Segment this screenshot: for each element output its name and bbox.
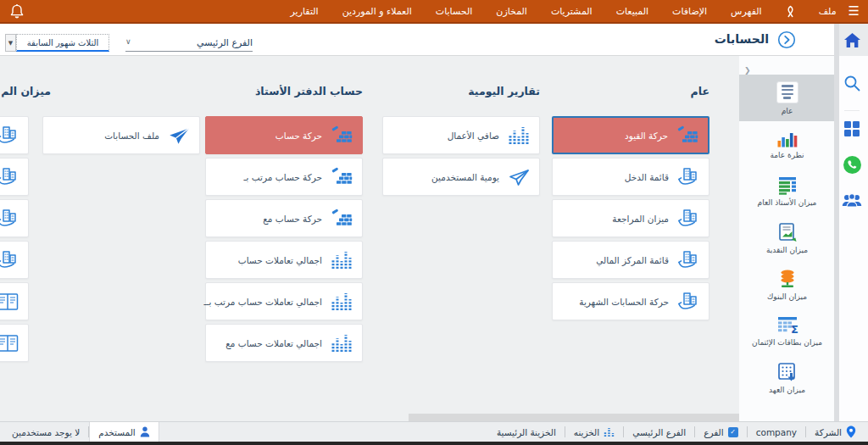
report-card[interactable]: ميزان المراجعة	[552, 199, 709, 237]
divider	[565, 426, 565, 437]
horizontal-scrollbar[interactable]	[409, 414, 739, 421]
status-item[interactable]: ✓الفرع	[695, 422, 747, 442]
report-card-label: قائمة المركز المالي	[596, 255, 669, 265]
report-card[interactable]: حركة الحسابات الشهرية	[552, 282, 709, 320]
report-card[interactable]	[0, 158, 29, 196]
branch-dropdown-value: الفرع الرئيسي	[197, 37, 253, 48]
report-card-label: حركة حساب مع	[263, 214, 322, 224]
sidebar-item-label: ميزان الأستاذ العام	[758, 198, 817, 207]
sidebar-item-label: ميزان البنوك	[767, 292, 807, 301]
divider	[88, 426, 89, 437]
divider	[805, 426, 806, 437]
branch-dropdown[interactable]: الفرع الرئيسي ∨	[125, 34, 253, 52]
report-card-label: حركة الحسابات الشهرية	[579, 297, 669, 307]
sidebar-item[interactable]: ميزان الأستاذ العام	[739, 168, 835, 214]
sidebar-item[interactable]: ميزان البنوك	[739, 261, 835, 308]
table-rows-icon	[777, 176, 798, 195]
report-card[interactable]: حركة حساب مع	[205, 199, 363, 237]
window-bottom-edge	[0, 442, 868, 445]
status-item: الخزينة الرئيسية	[488, 422, 565, 442]
checkbox-checked-icon[interactable]: ✓	[728, 427, 738, 437]
search-icon[interactable]	[843, 75, 860, 92]
sidebar-item[interactable]: ميزان النقدية	[739, 214, 835, 261]
report-card[interactable]	[0, 116, 29, 154]
menu-item[interactable]: ملف	[819, 6, 837, 17]
bricks-icon	[675, 125, 700, 146]
sidebar-item[interactable]: عام	[739, 75, 835, 121]
report-card[interactable]: صافي الأعمال	[382, 116, 540, 154]
apps-grid-icon[interactable]	[844, 121, 860, 136]
equalizer-icon	[506, 125, 531, 146]
reports-grid: عامحركة القيودقائمة الدخلميزان المراجعةق…	[0, 56, 739, 421]
reports-sidebar: ❮ عامنظرة عامةميزان الأستاذ العامميزان ا…	[739, 56, 835, 421]
icon-rail	[835, 24, 868, 421]
menu-item[interactable]: العملاء و الموردين	[342, 6, 412, 17]
menu-item[interactable]: المبيعات	[616, 6, 648, 17]
sidebar-item-label: نظرة عامة	[770, 151, 804, 159]
menu-item[interactable]: التقارير	[291, 6, 319, 17]
page-title: الحسابات	[715, 32, 769, 46]
menu-item[interactable]: الإضافات	[672, 6, 707, 17]
bank-icon	[0, 166, 20, 188]
home-icon[interactable]	[836, 24, 868, 56]
report-card[interactable]: حركة حساب مرتب بـ	[205, 158, 363, 196]
report-card[interactable]: اجمالي تعاملات حساب مع	[205, 324, 363, 362]
status-item-label: company	[756, 427, 797, 437]
panel-scrollbar[interactable]	[834, 24, 839, 421]
ribbon-icon	[786, 5, 795, 18]
status-item-label: الفرع	[704, 427, 724, 437]
report-column: ملف الحسابات	[42, 85, 200, 158]
report-card[interactable]	[0, 324, 29, 362]
doc-lines-icon	[776, 81, 798, 103]
sidebar-item[interactable]: نظرة عامة	[739, 121, 835, 168]
report-card[interactable]	[0, 199, 29, 237]
collapse-arrow-icon[interactable]	[777, 31, 796, 53]
report-card[interactable]: حركة القيود	[552, 116, 709, 154]
report-card[interactable]	[0, 241, 29, 279]
report-card[interactable]: اجمالي تعاملات حساب مرتب بــ	[205, 282, 363, 320]
grid-arrow-icon	[777, 362, 798, 382]
dropdown-caret-icon[interactable]: ▼	[5, 34, 16, 52]
bell-icon[interactable]	[10, 3, 24, 23]
sidebar-item-label: ميزان بطاقات الإئتمان	[752, 338, 822, 347]
bank-icon	[676, 291, 701, 313]
report-card-label: قائمة الدخل	[625, 172, 669, 182]
report-card-label: اجمالي تعاملات حساب مرتب بــ	[203, 297, 322, 307]
bank-icon	[0, 208, 20, 230]
report-card[interactable]	[0, 282, 29, 320]
top-menu: ملفالفهرسالإضافاتالمبيعاتالمشترياتالمخاز…	[291, 5, 837, 18]
bars-icon	[604, 426, 615, 437]
menu-item[interactable]: المخازن	[496, 6, 527, 17]
whatsapp-icon[interactable]	[843, 155, 862, 175]
menu-item[interactable]: الفهرس	[731, 6, 762, 17]
equalizer-icon	[329, 250, 354, 270]
column-header: حساب الدفتر الأستاذ	[205, 85, 363, 99]
period-dropdown[interactable]: ▼ الثلاث شهور السابقة	[5, 34, 109, 52]
report-card[interactable]: قائمة المركز المالي	[552, 241, 709, 279]
menu-item[interactable]: المشتريات	[551, 6, 593, 17]
report-card-label: اجمالي تعاملات حساب مع	[225, 338, 322, 348]
status-item-label: الفرع الرئيسي	[632, 427, 686, 437]
status-item-label: لا يوجد مستخدمين	[12, 427, 80, 437]
hamburger-icon[interactable]: ☰	[849, 5, 860, 18]
sidebar-collapse-icon[interactable]: ❮	[744, 66, 751, 75]
status-item: company	[748, 422, 805, 442]
menu-item[interactable]: الحسابات	[436, 6, 472, 17]
report-card-label: صافي الأعمال	[448, 131, 499, 141]
status-item-label: الخزينه	[574, 427, 599, 437]
report-card[interactable]: يومية المستخدمين	[382, 158, 540, 196]
sidebar-item[interactable]: ميزان العهد	[739, 354, 835, 401]
period-dropdown-value: الثلاث شهور السابقة	[27, 38, 99, 47]
report-card[interactable]: حركة حساب	[205, 116, 363, 154]
status-item: الشركة	[806, 422, 865, 442]
equalizer-icon	[329, 333, 354, 353]
report-card[interactable]: ملف الحسابات	[42, 116, 200, 154]
divider	[747, 426, 748, 437]
report-card[interactable]: قائمة الدخل	[552, 158, 709, 196]
users-icon[interactable]	[842, 193, 862, 208]
sidebar-items: عامنظرة عامةميزان الأستاذ العامميزان الن…	[739, 56, 835, 401]
sidebar-item[interactable]: Σميزان بطاقات الإئتمان	[739, 308, 835, 354]
status-item: الفرع الرئيسي	[624, 422, 694, 442]
report-card[interactable]: اجمالي تعاملات حساب	[205, 241, 363, 279]
bank-icon	[676, 208, 701, 230]
